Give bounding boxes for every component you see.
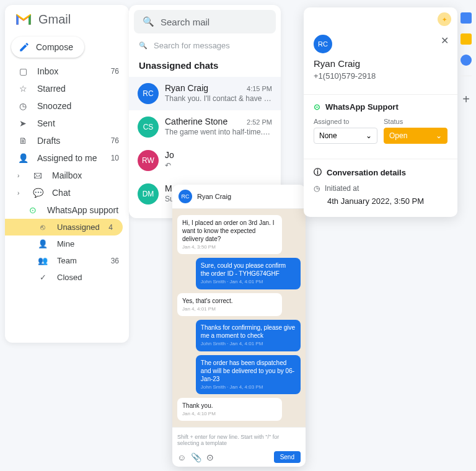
chat-item-ryan[interactable]: RC Ryan Craig4:15 PM Thank you. I'll con… — [129, 77, 281, 110]
message-out: Thanks for confirming, please give me a … — [196, 320, 301, 351]
search-mail-input[interactable]: 🔍 Search mail — [134, 10, 276, 33]
search-mail-placeholder: Search mail — [161, 17, 209, 27]
nav-unassigned[interactable]: ⎋Unassigned4 — [5, 219, 123, 236]
chat-item-catherine[interactable]: CS Catherine Stone2:52 PM The game went … — [129, 110, 281, 144]
spinner-icon: ✦ — [438, 12, 451, 26]
chat-preview: The game went into half-time... 2 — [165, 128, 272, 137]
chat-section-title: Unassigned chats — [129, 55, 281, 77]
chat-name: Jo — [165, 150, 174, 160]
compose-label: Compose — [36, 42, 73, 52]
detail-top-bar: ✦ — [304, 7, 457, 31]
nav-mailbox[interactable]: ›🖂Mailbox — [5, 167, 129, 184]
gmail-logo-icon — [15, 13, 32, 27]
message-in: Hi, I placed an order on 3rd Jan. I want… — [177, 215, 282, 254]
chat-time: 2:52 PM — [247, 118, 272, 126]
conversation-panel: RC Ryan Craig Hi, I placed an order on 3… — [172, 185, 306, 467]
support-section-title: ⊙ WhatsApp Support — [314, 102, 447, 112]
clock-icon: ◷ — [314, 184, 320, 193]
conversation-header: RC Ryan Craig — [172, 185, 306, 209]
initiated-value: 4th January 2022, 3:50 PM — [314, 196, 447, 206]
chevron-right-icon: › — [17, 190, 22, 196]
assigned-label: Assigned to — [314, 118, 377, 125]
status-label: Status — [384, 118, 447, 125]
chat-icon: 💬 — [32, 188, 43, 198]
chat-name: Catherine Stone — [165, 117, 227, 126]
whatsapp-icon: ⊙ — [27, 205, 38, 215]
reply-icon: ↶ — [165, 161, 272, 170]
unassigned-icon: ⎋ — [37, 222, 48, 232]
contact-phone: +1(510)579-2918 — [314, 71, 447, 81]
nav-whatsapp-support[interactable]: ⊙WhatsApp support — [5, 201, 129, 219]
compose-button[interactable]: Compose — [11, 37, 84, 58]
chevron-down-icon: ⌄ — [436, 131, 442, 140]
pencil-icon — [19, 42, 30, 53]
star-icon: ☆ — [17, 84, 29, 94]
nav-snoozed[interactable]: ◷Snoozed — [5, 97, 129, 115]
chat-preview: Thank you. I'll contact & have a... — [165, 94, 272, 103]
conversation-body[interactable]: Hi, I placed an order on 3rd Jan. I want… — [172, 209, 306, 427]
keep-icon[interactable] — [461, 33, 472, 45]
whatsapp-icon[interactable]: ⊙ — [206, 452, 214, 462]
nav-sent[interactable]: ➤Sent — [5, 115, 129, 132]
chat-item-rw[interactable]: RW Jo ↶ — [129, 144, 281, 177]
search-icon: 🔍 — [139, 42, 148, 50]
initiated-row: ◷ Initiated at — [314, 184, 447, 193]
nav-list: ▢Inbox76 ☆Starred ◷Snoozed ➤Sent 🗎Drafts… — [5, 63, 129, 286]
chat-time: 4:15 PM — [247, 85, 272, 92]
chat-name: M — [165, 183, 172, 193]
team-icon: 👥 — [37, 256, 48, 265]
info-icon: ⓘ — [314, 167, 322, 178]
person-icon: 👤 — [37, 239, 48, 249]
chevron-down-icon: ⌄ — [366, 131, 372, 140]
conv-details-title: ⓘ Conversation details — [314, 167, 447, 178]
gmail-header: Gmail — [5, 12, 129, 34]
send-button[interactable]: Send — [274, 451, 301, 463]
calendar-icon[interactable] — [461, 12, 472, 24]
nav-drafts[interactable]: 🗎Drafts76 — [5, 132, 129, 149]
emoji-icon[interactable]: ☺ — [177, 452, 186, 462]
status-select[interactable]: Open⌄ — [384, 128, 447, 144]
nav-starred[interactable]: ☆Starred — [5, 80, 129, 97]
gmail-sidebar: Gmail Compose ▢Inbox76 ☆Starred ◷Snoozed… — [5, 5, 129, 343]
attachment-icon[interactable]: 📎 — [191, 452, 201, 462]
person-icon: 👤 — [17, 153, 29, 163]
add-addon-button[interactable]: + — [462, 92, 470, 107]
check-icon: ✓ — [37, 273, 48, 282]
avatar: CS — [138, 117, 159, 138]
conversation-contact-name: Ryan Craig — [197, 193, 231, 200]
conversation-input-area: Shift + enter for new line. Start with "… — [172, 427, 306, 467]
nav-closed[interactable]: ✓Closed — [5, 269, 129, 286]
search-messages-input[interactable]: 🔍 Search for messages — [129, 33, 281, 55]
right-rail: + — [459, 12, 474, 107]
tasks-icon[interactable] — [461, 55, 472, 66]
search-messages-placeholder: Search for messages — [154, 41, 230, 50]
nav-chat[interactable]: ›💬Chat — [5, 184, 129, 201]
message-input[interactable]: Shift + enter for new line. Start with "… — [177, 431, 301, 451]
avatar: DM — [138, 183, 159, 205]
assigned-select[interactable]: None⌄ — [314, 128, 377, 144]
draft-icon: 🗎 — [17, 136, 29, 146]
nav-assigned[interactable]: 👤Assigned to me10 — [5, 149, 129, 167]
message-in: Yes, that's correct.Jan 4, 4:01 PM — [177, 293, 282, 316]
search-icon: 🔍 — [143, 16, 154, 27]
clock-icon: ◷ — [17, 101, 29, 111]
avatar: RW — [138, 150, 159, 171]
avatar: RC — [178, 190, 192, 203]
inbox-icon: ▢ — [17, 66, 29, 76]
contact-name: Ryan Craig — [314, 58, 447, 69]
close-button[interactable]: ✕ — [441, 35, 449, 46]
nav-mine[interactable]: 👤Mine — [5, 236, 129, 252]
message-out: The order has been dispatched and will b… — [196, 355, 301, 394]
chat-name: Ryan Craig — [165, 83, 208, 93]
send-icon: ➤ — [17, 118, 29, 128]
nav-inbox[interactable]: ▢Inbox76 — [5, 63, 129, 80]
chevron-right-icon: › — [17, 172, 22, 179]
detail-panel: ✦ RC ✕ Ryan Craig +1(510)579-2918 ⊙ What… — [304, 7, 457, 217]
nav-team[interactable]: 👥Team36 — [5, 252, 129, 269]
avatar: RC — [314, 35, 332, 53]
whatsapp-icon: ⊙ — [314, 102, 320, 112]
mailbox-icon: 🖂 — [32, 170, 43, 180]
message-in: Thank you.Jan 4, 4:10 PM — [177, 398, 282, 421]
message-out: Sure, could you please confirm the order… — [196, 258, 301, 289]
avatar: RC — [138, 83, 159, 104]
